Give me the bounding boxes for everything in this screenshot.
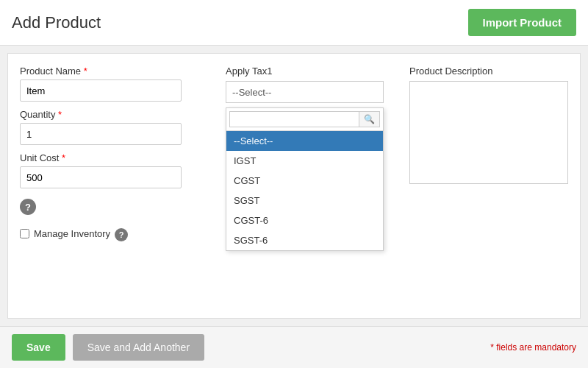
manage-inventory-label: Manage Inventory <box>34 228 110 239</box>
apply-tax-label: Apply Tax1 <box>226 66 395 77</box>
help-icon[interactable]: ? <box>20 199 36 215</box>
unit-cost-group: Unit Cost * <box>20 152 211 188</box>
manage-inventory-row: Manage Inventory ? <box>20 225 211 241</box>
form-row: Product Name * Quantity * Unit Cost <box>20 66 568 306</box>
quantity-group: Quantity * <box>20 109 211 145</box>
dropdown-search-button[interactable]: 🔍 <box>359 111 380 127</box>
dropdown-item[interactable]: CGST <box>226 171 383 191</box>
dropdown-item[interactable]: SGST-6 <box>226 230 383 250</box>
main-content: Product Name * Quantity * Unit Cost <box>7 53 581 319</box>
left-column: Product Name * Quantity * Unit Cost <box>20 66 211 306</box>
tax-select-display[interactable]: --Select-- <box>226 81 384 103</box>
unit-cost-input[interactable] <box>20 166 182 188</box>
required-star: * <box>84 66 87 77</box>
dropdown-item[interactable]: IGST <box>226 151 383 171</box>
dropdown-list: --Select-- IGST CGST SGST CGST-6 SGST-6 <box>226 131 383 250</box>
description-column: Product Description <box>409 66 568 306</box>
mandatory-text: * fields are mandatory <box>490 342 576 353</box>
dropdown-item[interactable]: --Select-- <box>226 131 383 151</box>
product-description-label: Product Description <box>409 66 568 77</box>
page-title: Add Product <box>12 13 101 32</box>
dropdown-item[interactable]: SGST <box>226 191 383 210</box>
footer: Save Save and Add Another * fields are m… <box>0 326 588 368</box>
page-wrapper: Add Product Import Product Product Name … <box>0 0 588 368</box>
tax-column: Apply Tax1 --Select-- 🔍 --Select-- IGST <box>226 66 395 306</box>
quantity-label: Quantity * <box>20 109 211 120</box>
import-product-button[interactable]: Import Product <box>468 9 577 36</box>
product-name-label: Product Name * <box>20 66 211 77</box>
footer-buttons: Save Save and Add Another <box>12 334 204 361</box>
product-name-group: Product Name * <box>20 66 211 102</box>
manage-inventory-help-icon[interactable]: ? <box>115 228 128 241</box>
product-description-textarea[interactable] <box>409 81 568 184</box>
quantity-input[interactable] <box>20 123 182 145</box>
tax-dropdown-box: 🔍 --Select-- IGST CGST SGST CGST-6 SGST-… <box>226 107 384 251</box>
save-button[interactable]: Save <box>12 334 65 361</box>
search-box: 🔍 <box>226 108 383 131</box>
unit-cost-required-star: * <box>62 152 65 163</box>
product-name-input[interactable] <box>20 79 182 102</box>
dropdown-item[interactable]: CGST-6 <box>226 210 383 230</box>
header: Add Product Import Product <box>0 0 588 46</box>
save-and-add-button[interactable]: Save and Add Another <box>73 334 204 361</box>
dropdown-search-input[interactable] <box>229 111 359 127</box>
unit-cost-label: Unit Cost * <box>20 152 211 163</box>
quantity-required-star: * <box>58 109 62 120</box>
manage-inventory-checkbox[interactable] <box>20 229 29 238</box>
